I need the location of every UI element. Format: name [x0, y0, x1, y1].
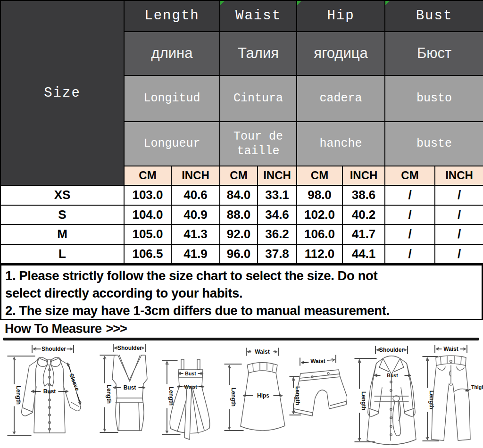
sleeve-measure: Sleeve — [67, 363, 81, 404]
header-length-fr: Longueur — [124, 122, 220, 166]
value-cell: 36.2 — [258, 224, 297, 244]
unit-cell: CM — [220, 166, 258, 185]
waist-label: Waist — [443, 346, 458, 352]
length-label: Length — [106, 385, 112, 404]
header-length-en: Length — [124, 0, 220, 32]
header-hip-es: cadera — [297, 75, 385, 122]
header-bust-ru: Бюст — [385, 32, 483, 75]
value-cell: 102.0 — [297, 205, 342, 224]
size-label: M — [0, 224, 124, 244]
value-cell: 40.6 — [171, 185, 220, 205]
coat-diagram: Shoulder Length — [349, 340, 418, 448]
header-waist-ru: Талия — [220, 32, 297, 75]
unit-cell: CM — [297, 166, 342, 185]
value-cell: 103.0 — [124, 185, 171, 205]
value-cell: / — [385, 205, 435, 224]
length-measure: Length — [8, 356, 35, 435]
note-1-line-2: select directly according to your habits… — [5, 284, 478, 302]
size-row-xs: XS 103.0 40.6 84.0 33.1 98.0 38.6 / / — [0, 185, 483, 205]
value-cell: 38.6 — [342, 185, 385, 205]
value-cell: / — [435, 244, 483, 264]
bust-label: Bust — [124, 384, 136, 391]
shorts-diagram: Waist Length — [286, 340, 347, 448]
value-cell: 41.3 — [171, 224, 220, 244]
size-label: XS — [0, 185, 124, 205]
header-row-english: Size Length Waist Hip Bust — [0, 0, 483, 32]
waist-label: Waist — [184, 384, 197, 390]
notes-box: 1. Please strictly follow the size chart… — [0, 264, 483, 320]
length-measure: Length — [423, 357, 439, 441]
value-cell: 34.6 — [258, 205, 297, 224]
coat-drawing — [367, 356, 416, 445]
bust-label: Bust — [185, 371, 196, 376]
size-row-l: L 106.5 41.9 96.0 37.8 112.0 44.1 / / — [0, 244, 483, 264]
size-chart-page: Size Length Waist Hip Bust длина Талия я… — [0, 0, 483, 448]
value-cell: / — [385, 244, 435, 264]
hips-label: Hips — [257, 392, 269, 399]
value-cell: / — [435, 224, 483, 244]
value-cell: 44.1 — [342, 244, 385, 264]
value-cell: / — [435, 185, 483, 205]
header-bust-fr: buste — [385, 122, 483, 166]
dress-diagram: Length Bust Waist — [158, 340, 219, 448]
unit-cell: INCH — [171, 166, 220, 185]
shoulder-measure: Shoulder — [113, 344, 145, 352]
value-cell: 88.0 — [220, 205, 258, 224]
waist-label: Waist — [255, 348, 270, 355]
unit-cell: INCH — [258, 166, 297, 185]
note-1-line-1: 1. Please strictly follow the size chart… — [5, 267, 478, 284]
tank-top-diagram: Shoulder Length Bust — [96, 340, 158, 448]
cell-corner-marker — [385, 1, 390, 5]
value-cell: 40.9 — [171, 205, 220, 224]
bust-measure: Bust — [178, 371, 203, 376]
tank-top-drawing — [112, 355, 147, 431]
length-measure: Length — [355, 358, 376, 442]
hips-measure: Hips — [243, 392, 282, 399]
bust-label: Bust — [43, 388, 56, 395]
value-cell: 40.2 — [342, 205, 385, 224]
waist-measure: Waist — [300, 355, 336, 365]
value-cell: 41.9 — [171, 244, 220, 264]
size-label: L — [0, 244, 124, 264]
sleeve-label: Sleeve — [68, 373, 81, 392]
header-waist-en: Waist — [220, 0, 297, 32]
size-row-s: S 104.0 40.9 88.0 34.6 102.0 40.2 / / — [0, 205, 483, 224]
size-label: S — [0, 205, 124, 224]
size-chart-table: Size Length Waist Hip Bust длина Талия я… — [0, 0, 483, 264]
value-cell: 37.8 — [258, 244, 297, 264]
waist-label: Waist — [310, 358, 325, 365]
length-label: Length — [15, 386, 22, 405]
blouse-diagram: Shoulder Length — [2, 340, 95, 448]
shoulder-label: Shoulder — [117, 345, 142, 351]
length-label: Length — [168, 387, 175, 406]
length-label: Length — [428, 390, 435, 409]
header-bust-en: Bust — [385, 0, 483, 32]
shoulder-measure: Shoulder — [375, 346, 408, 354]
size-corner-label: Size — [44, 85, 81, 101]
unit-cell: CM — [385, 166, 435, 185]
header-bust-es: busto — [385, 75, 483, 122]
length-label: Length — [230, 388, 237, 407]
length-label: Length — [360, 391, 367, 410]
length-label: Length — [294, 386, 301, 405]
cell-corner-marker — [220, 1, 225, 5]
value-cell: / — [435, 205, 483, 224]
value-cell: 41.7 — [342, 224, 385, 244]
pants-diagram: Waist Length Thigh — [418, 340, 483, 448]
value-cell: 98.0 — [297, 185, 342, 205]
shoulder-measure: Shoulder — [32, 345, 74, 353]
value-cell: 96.0 — [220, 244, 258, 264]
blouse-drawing — [22, 357, 81, 433]
measure-diagrams: Shoulder Length — [0, 340, 483, 448]
shorts-drawing — [293, 370, 347, 416]
pants-drawing — [432, 356, 470, 440]
size-row-m: M 105.0 41.3 92.0 36.2 106.0 41.7 / / — [0, 224, 483, 244]
value-cell: 106.5 — [124, 244, 171, 264]
size-corner-cell: Size — [0, 0, 124, 185]
value-cell: 84.0 — [220, 185, 258, 205]
value-cell: 92.0 — [220, 224, 258, 244]
header-waist-es: Cintura — [220, 75, 297, 122]
value-cell: 106.0 — [297, 224, 342, 244]
header-hip-ru: ягодица — [297, 32, 385, 75]
value-cell: 33.1 — [258, 185, 297, 205]
